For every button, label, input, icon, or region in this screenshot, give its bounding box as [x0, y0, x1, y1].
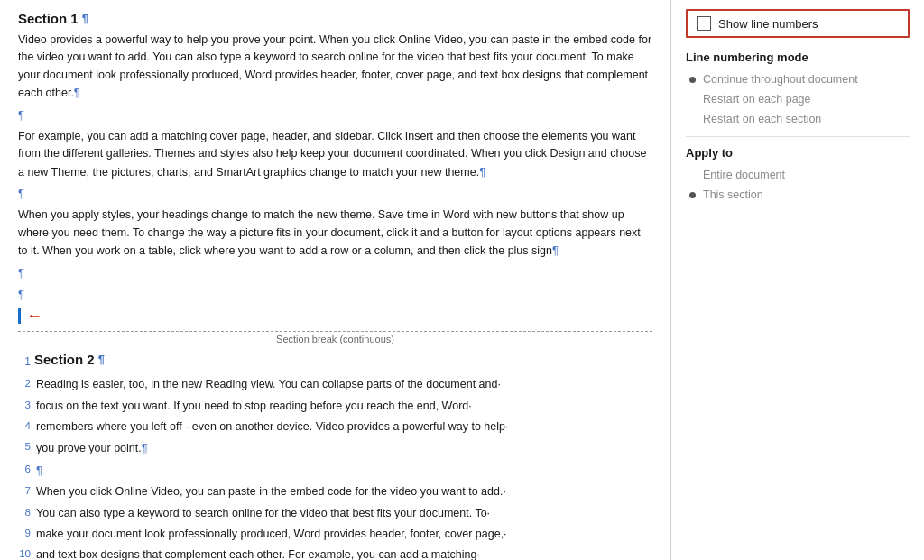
bullet-empty-entire	[689, 172, 696, 179]
section1-para4-pilcrow: ¶	[18, 286, 652, 304]
line-num-7: 7	[18, 483, 31, 500]
line-row-7: 7 When you click Online Video, you can p…	[18, 483, 652, 504]
apply-to-entire[interactable]: Entire document	[686, 167, 910, 183]
section-break-label: Section break (continuous)	[18, 334, 652, 344]
section1-para2: For example, you can add a matching cove…	[18, 128, 652, 181]
line-row-10: 10 and text box designs that complement …	[18, 546, 652, 560]
section2-lines: 2 Reading is easier, too, in the new Rea…	[18, 376, 652, 560]
line-num-8: 8	[18, 505, 31, 521]
bullet-empty-restart-section	[689, 116, 696, 123]
show-line-numbers-row[interactable]: Show line numbers	[686, 9, 910, 38]
apply-to-section[interactable]: This section	[686, 187, 910, 203]
apply-to-title: Apply to	[686, 146, 910, 160]
section1-para3: When you apply styles, your headings cha…	[18, 207, 652, 260]
line-row-6: 6 ¶	[18, 462, 652, 483]
line-option-restart-section[interactable]: Restart on each section	[686, 111, 910, 127]
section-break: Section break (continuous)	[18, 331, 652, 344]
section2-heading: Section 2 ¶	[34, 352, 105, 367]
line-num-10: 10	[18, 546, 31, 560]
bullet-empty-restart-page	[689, 96, 696, 103]
apply-to-section-label: This section	[703, 188, 763, 201]
line-row-9: 9 make your document look professionally…	[18, 526, 652, 546]
line-option-restart-section-label: Restart on each section	[703, 113, 821, 125]
line-numbering-mode-title: Line numbering mode	[686, 50, 910, 64]
section-break-line	[18, 331, 652, 332]
line-row-2: 2 Reading is easier, too, in the new Rea…	[18, 376, 652, 397]
sidebar-panel: Show line numbers Line numbering mode Co…	[671, 0, 924, 560]
apply-to-section: Apply to Entire document This section	[686, 146, 910, 203]
line-num-4: 4	[18, 418, 31, 435]
section2-heading-row: 1 Section 2 ¶	[18, 352, 652, 372]
line-option-continue-label: Continue throughout document	[703, 73, 858, 86]
section2-line-num-1: 1	[18, 353, 31, 371]
section1-para1-pilcrow: ¶	[18, 106, 652, 124]
section1-para3-pilcrow: ¶	[18, 264, 652, 282]
section2-title: Section 2	[34, 352, 95, 367]
line-option-continue[interactable]: Continue throughout document	[686, 71, 910, 87]
bullet-dot-section	[689, 192, 696, 198]
line-row-4: 4 remembers where you left off - even on…	[18, 418, 652, 439]
line-row-8: 8 You can also type a keyword to search …	[18, 505, 652, 526]
text-cursor	[18, 308, 21, 324]
line-row-5: 5 you prove your point.¶	[18, 439, 652, 461]
show-line-numbers-checkbox[interactable]	[697, 16, 711, 31]
section1-para1: Video provides a powerful way to help yo…	[18, 32, 652, 103]
section1-para2-pilcrow: ¶	[18, 185, 652, 203]
arrow-icon: ←	[26, 308, 42, 324]
cursor-area: ←	[18, 308, 652, 324]
section1-title: Section 1	[18, 11, 79, 26]
line-num-2: 2	[18, 376, 31, 392]
line-option-restart-page-label: Restart on each page	[703, 93, 811, 106]
line-num-6: 6	[18, 462, 31, 478]
apply-to-entire-label: Entire document	[703, 169, 785, 181]
line-row-3: 3 focus on the text you want. If you nee…	[18, 398, 652, 418]
line-num-3: 3	[18, 398, 31, 414]
show-line-numbers-label: Show line numbers	[718, 17, 818, 31]
section2-pilcrow: ¶	[98, 353, 105, 366]
line-num-5: 5	[18, 439, 31, 455]
bullet-dot-continue	[689, 77, 696, 83]
sidebar-divider	[686, 136, 910, 137]
document-area: Section 1 ¶ Video provides a powerful wa…	[0, 0, 671, 560]
line-num-9: 9	[18, 526, 31, 542]
section1-heading: Section 1 ¶	[18, 11, 652, 26]
line-option-restart-page[interactable]: Restart on each page	[686, 91, 910, 107]
section1-pilcrow: ¶	[82, 12, 88, 25]
